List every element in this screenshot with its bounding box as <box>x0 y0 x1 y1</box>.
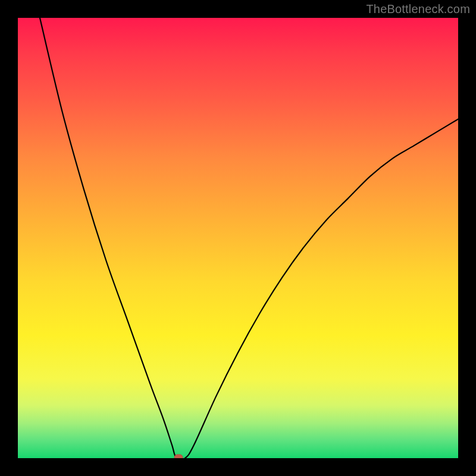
plot-area <box>18 18 458 458</box>
curve-path <box>40 18 458 458</box>
optimal-point-marker <box>174 455 183 458</box>
watermark-text: TheBottleneck.com <box>366 2 470 16</box>
bottleneck-curve <box>18 18 458 458</box>
chart-frame: TheBottleneck.com <box>0 0 476 476</box>
